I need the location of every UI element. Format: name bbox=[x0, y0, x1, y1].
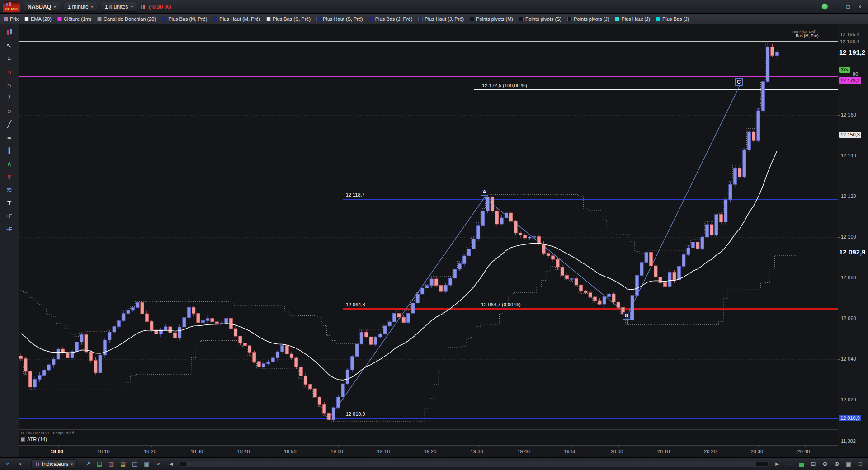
tick-mark bbox=[338, 446, 339, 447]
chart-style-icon[interactable]: ≈ bbox=[3, 460, 13, 469]
maximize-button[interactable]: □ bbox=[844, 4, 852, 10]
report-icon[interactable]: ▥ bbox=[106, 460, 116, 469]
legend-item-2[interactable]: Clôture (1m) bbox=[57, 16, 91, 22]
candles-tool-icon[interactable] bbox=[2, 26, 17, 38]
units-label: 1 k unités bbox=[105, 4, 128, 10]
print-icon[interactable]: ⊟ bbox=[808, 460, 818, 469]
drawing-toolbar: ↖≈∩∩/○╱≡∥∧∨≋T+F−F bbox=[0, 24, 19, 457]
price-tick: 12 040 bbox=[841, 356, 856, 362]
atr-indicator-row[interactable]: ATR (14) bbox=[21, 437, 47, 442]
zoom-in-icon[interactable]: ⊕ bbox=[832, 460, 842, 469]
legend-label: Canal de Donchian (20) bbox=[104, 16, 156, 22]
price-tick: 12 140 bbox=[841, 153, 856, 158]
close-button[interactable]: × bbox=[856, 4, 863, 10]
pan-icon[interactable]: ↔ bbox=[785, 460, 795, 469]
calendar-icon[interactable]: ▦ bbox=[118, 460, 128, 469]
line-icon[interactable]: ╱ bbox=[2, 118, 17, 130]
key-icon[interactable]: / bbox=[2, 92, 17, 104]
time-tick-label: 19:00 bbox=[330, 449, 343, 454]
price-label-big: 12 092,9 bbox=[839, 248, 865, 256]
legend-item-6[interactable]: Plus Bas (S, Pré) bbox=[266, 16, 311, 22]
legend-item-7[interactable]: Plus Haut (S, Pré) bbox=[316, 16, 363, 22]
fib-plus-icon[interactable]: +F bbox=[2, 210, 17, 222]
minimize-button[interactable]: — bbox=[833, 4, 840, 10]
time-tick-label: 18:30 bbox=[190, 449, 203, 454]
scroll-left-button[interactable]: ◀ bbox=[166, 460, 176, 469]
zoom-out-icon[interactable]: ⊖ bbox=[820, 460, 830, 469]
magnet-off-icon[interactable]: ∩ bbox=[2, 79, 17, 91]
tick-mark bbox=[571, 446, 572, 447]
tick-mark bbox=[838, 400, 840, 400]
tick-mark bbox=[478, 446, 479, 447]
legend-item-5[interactable]: Plus Haut (M, Pré) bbox=[213, 16, 260, 22]
time-tick-label: 18:50 bbox=[284, 449, 297, 454]
symbol-select[interactable]: NASDAQ ▾ bbox=[24, 2, 60, 12]
color-swatch-icon bbox=[266, 17, 271, 21]
indicators-button[interactable]: Indicateurs ▾ bbox=[31, 459, 77, 469]
time-tick-label: 20:10 bbox=[657, 449, 670, 454]
legend-item-14[interactable]: Plus Bas (J) bbox=[656, 16, 689, 22]
layout-icon[interactable]: ◫ bbox=[130, 460, 140, 469]
fib-minus-icon[interactable]: −F bbox=[2, 223, 17, 235]
pattern-down-icon[interactable]: ∨ bbox=[2, 170, 17, 183]
legend-item-1[interactable]: EMA (20) bbox=[24, 16, 52, 22]
link-icon[interactable]: ↗ bbox=[83, 460, 93, 469]
legend-label: Points pivots (J) bbox=[574, 16, 609, 22]
tick-mark bbox=[432, 446, 432, 447]
legend-label: Clôture (1m) bbox=[64, 16, 91, 22]
tick-mark bbox=[385, 446, 385, 447]
chart-scrollbar-thumb[interactable] bbox=[186, 462, 756, 466]
timeframe-select[interactable]: 1 minute ▾ bbox=[64, 2, 98, 12]
color-swatch-icon bbox=[369, 17, 373, 21]
atr-swatch-icon bbox=[21, 437, 25, 442]
sheet-icon[interactable]: ▤ bbox=[94, 460, 104, 469]
connection-status-icon bbox=[821, 3, 828, 10]
legend-label: Plus Haut (S, Pré) bbox=[323, 16, 363, 22]
save-icon[interactable]: ▣ bbox=[142, 460, 151, 469]
price-chart-canvas[interactable] bbox=[19, 24, 838, 445]
tick-mark bbox=[838, 319, 840, 319]
color-swatch-icon bbox=[24, 17, 29, 21]
chart-style-caret-icon[interactable]: ▾ bbox=[15, 460, 25, 469]
price-tick: 80 bbox=[853, 71, 858, 77]
ellipse-icon[interactable]: ○ bbox=[2, 105, 17, 117]
tick-mark bbox=[838, 278, 840, 278]
legend-item-13[interactable]: Plus Haut (J) bbox=[615, 16, 650, 22]
legend-item-12[interactable]: Points pivots (J) bbox=[567, 16, 609, 22]
time-axis[interactable]: 18:0018:1018:2018:3018:4018:5019:0019:10… bbox=[19, 445, 838, 457]
legend-item-3[interactable]: Canal de Donchian (20) bbox=[97, 16, 156, 22]
channel-icon[interactable]: ∥ bbox=[2, 144, 17, 156]
legend-item-10[interactable]: Points pivots (M) bbox=[470, 16, 513, 22]
screenshot-icon[interactable]: ▣ bbox=[844, 460, 854, 469]
legend-item-8[interactable]: Plus Bas (J, Pré) bbox=[369, 16, 413, 22]
legend-item-0[interactable]: Prix bbox=[4, 16, 19, 22]
collapse-icon[interactable]: « bbox=[153, 460, 163, 469]
legend-item-11[interactable]: Points pivots (S) bbox=[519, 16, 561, 22]
color-swatch-icon bbox=[615, 17, 619, 21]
pattern-up-icon[interactable]: ∧ bbox=[2, 157, 17, 169]
fibonacci-icon[interactable]: ≡ bbox=[2, 131, 17, 143]
color-swatch-icon bbox=[57, 17, 62, 21]
pattern-wave-icon[interactable]: ≋ bbox=[2, 183, 17, 196]
legend-bar: PrixEMA (20)Clôture (1m)Canal de Donchia… bbox=[0, 14, 868, 24]
chart-scrollbar[interactable] bbox=[179, 461, 769, 467]
magnet-on-icon[interactable]: ∩ bbox=[2, 66, 17, 78]
price-tick: 12 100 bbox=[841, 234, 856, 240]
chevron-down-icon: ▾ bbox=[131, 5, 133, 9]
stats-icon[interactable]: ▅ bbox=[797, 460, 807, 469]
candle-swatch-icon bbox=[4, 17, 8, 21]
text-tool-icon[interactable]: T bbox=[2, 197, 17, 209]
tick-mark bbox=[838, 156, 840, 156]
legend-item-4[interactable]: Plus Bas (M, Pré) bbox=[162, 16, 207, 22]
units-select[interactable]: 1 k unités ▾ bbox=[101, 2, 137, 12]
fullscreen-icon[interactable]: □ bbox=[855, 460, 865, 469]
price-display-icon[interactable] bbox=[141, 4, 145, 10]
scroll-right-button[interactable]: ▶ bbox=[772, 460, 782, 469]
price-axis[interactable]: 8012 16012 14012 12012 10012 08012 06012… bbox=[838, 24, 868, 457]
legend-item-9[interactable]: Plus Haut (J, Pré) bbox=[418, 16, 464, 22]
cursor-icon[interactable]: ↖ bbox=[2, 39, 17, 52]
atr-label: ATR (14) bbox=[27, 437, 47, 442]
legend-label: Plus Haut (J, Pré) bbox=[425, 16, 464, 22]
freehand-icon[interactable]: ≈ bbox=[2, 52, 17, 65]
symbol-label: NASDAQ bbox=[28, 4, 51, 10]
